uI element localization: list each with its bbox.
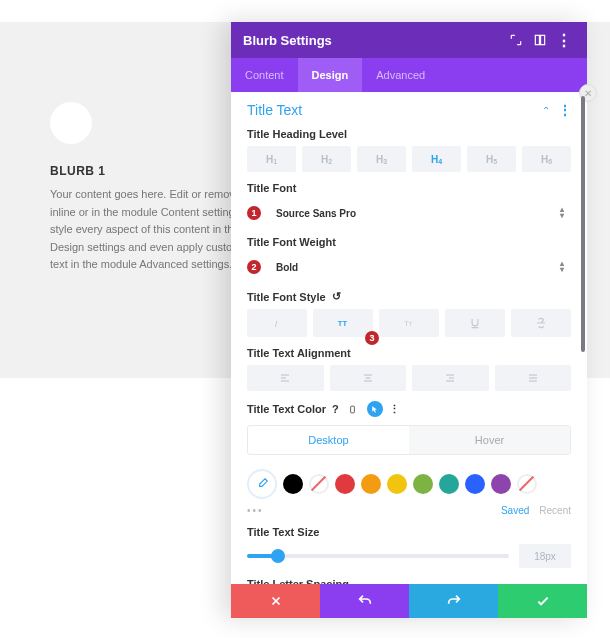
undo-button[interactable] <box>320 584 409 618</box>
heading-h4[interactable]: H4 <box>412 146 461 172</box>
save-button[interactable] <box>498 584 587 618</box>
swatch-blue[interactable] <box>465 474 485 494</box>
callout-badge-1: 1 <box>247 206 261 220</box>
title-weight-select[interactable]: Bold ▴▾ <box>269 254 571 280</box>
swatch-teal[interactable] <box>439 474 459 494</box>
label-title-style: Title Font Style ↺ <box>247 290 571 303</box>
redo-button[interactable] <box>409 584 498 618</box>
swatch-none[interactable] <box>309 474 329 494</box>
label-text-color: Title Text Color ? ⋮ <box>247 401 571 417</box>
swatch-none-2[interactable] <box>517 474 537 494</box>
align-left[interactable] <box>247 365 324 391</box>
saved-palette-link[interactable]: Saved <box>501 505 529 516</box>
alignment-options <box>247 365 571 391</box>
panel-header: Blurb Settings ⋮ <box>231 22 587 58</box>
label-title-font: Title Font <box>247 182 571 194</box>
slider-knob[interactable] <box>271 549 285 563</box>
align-center[interactable] <box>330 365 407 391</box>
tab-advanced[interactable]: Advanced <box>362 58 439 92</box>
style-smallcaps[interactable]: TT <box>379 309 439 337</box>
label-title-weight: Title Font Weight <box>247 236 571 248</box>
reset-icon[interactable]: ↺ <box>332 290 341 303</box>
panel-tabs: Content Design Advanced <box>231 58 587 92</box>
color-swatches <box>247 469 571 499</box>
swatch-black[interactable] <box>283 474 303 494</box>
label-letter-spacing: Title Letter Spacing <box>247 578 571 584</box>
settings-panel: Blurb Settings ⋮ Content Design Advanced… <box>231 22 587 618</box>
phone-icon[interactable] <box>345 401 361 417</box>
heading-h1[interactable]: H1 <box>247 146 296 172</box>
style-underline[interactable] <box>445 309 505 337</box>
more-icon[interactable]: ⋮ <box>553 29 575 51</box>
swatch-red[interactable] <box>335 474 355 494</box>
blurb-image-placeholder <box>50 102 92 144</box>
style-italic[interactable]: I <box>247 309 307 337</box>
title-font-select[interactable]: Source Sans Pro ▴▾ <box>269 200 571 226</box>
palette-dots-icon[interactable]: ••• <box>247 505 264 516</box>
snap-icon[interactable] <box>529 29 551 51</box>
chevron-up-icon: ⌃ <box>542 105 550 116</box>
select-arrows-icon: ▴▾ <box>560 261 564 273</box>
section-more-icon[interactable]: ⋮ <box>558 102 571 118</box>
palette-footer: ••• Saved Recent <box>247 505 571 516</box>
heading-h3[interactable]: H3 <box>357 146 406 172</box>
heading-level-options: H1 H2 H3 H4 H5 H6 <box>247 146 571 172</box>
svg-rect-0 <box>535 35 539 44</box>
text-size-value[interactable]: 18px <box>519 544 571 568</box>
title-weight-value: Bold <box>276 262 298 273</box>
align-right[interactable] <box>412 365 489 391</box>
color-tab-desktop[interactable]: Desktop <box>248 426 409 454</box>
section-toggle-title-text[interactable]: Title Text ⌃ ⋮ <box>247 102 571 118</box>
color-state-tabs: Desktop Hover <box>247 425 571 455</box>
panel-footer <box>231 584 587 618</box>
label-alignment: Title Text Alignment <box>247 347 571 359</box>
svg-text:T: T <box>409 321 413 327</box>
heading-h6[interactable]: H6 <box>522 146 571 172</box>
swatch-green[interactable] <box>413 474 433 494</box>
expand-icon[interactable] <box>505 29 527 51</box>
align-justify[interactable] <box>495 365 572 391</box>
label-heading-level: Title Heading Level <box>247 128 571 140</box>
svg-text:TT: TT <box>338 319 348 328</box>
select-arrows-icon: ▴▾ <box>560 207 564 219</box>
tab-content[interactable]: Content <box>231 58 298 92</box>
label-text-size: Title Text Size <box>247 526 571 538</box>
style-uppercase[interactable]: TT <box>313 309 373 337</box>
swatch-purple[interactable] <box>491 474 511 494</box>
panel-title: Blurb Settings <box>243 33 503 48</box>
svg-rect-1 <box>541 35 545 44</box>
callout-badge-3: 3 <box>365 331 379 345</box>
font-style-options: I TT TT 3 <box>247 309 571 337</box>
text-size-slider[interactable] <box>247 554 509 558</box>
scrollbar[interactable] <box>581 96 585 352</box>
help-icon[interactable]: ? <box>332 403 339 415</box>
eyedropper-icon[interactable] <box>247 469 277 499</box>
cancel-button[interactable] <box>231 584 320 618</box>
color-more-icon[interactable]: ⋮ <box>389 403 400 416</box>
section-title: Title Text <box>247 102 542 118</box>
heading-h5[interactable]: H5 <box>467 146 516 172</box>
heading-h2[interactable]: H2 <box>302 146 351 172</box>
color-tab-hover[interactable]: Hover <box>409 426 570 454</box>
hover-icon[interactable] <box>367 401 383 417</box>
svg-text:I: I <box>275 319 278 329</box>
title-font-value: Source Sans Pro <box>276 208 356 219</box>
tab-design[interactable]: Design <box>298 58 363 92</box>
style-strike[interactable] <box>511 309 571 337</box>
svg-rect-6 <box>351 406 355 413</box>
panel-body: Title Text ⌃ ⋮ Title Heading Level H1 H2… <box>231 92 587 584</box>
callout-badge-2: 2 <box>247 260 261 274</box>
swatch-yellow[interactable] <box>387 474 407 494</box>
swatch-orange[interactable] <box>361 474 381 494</box>
recent-palette-link[interactable]: Recent <box>539 505 571 516</box>
